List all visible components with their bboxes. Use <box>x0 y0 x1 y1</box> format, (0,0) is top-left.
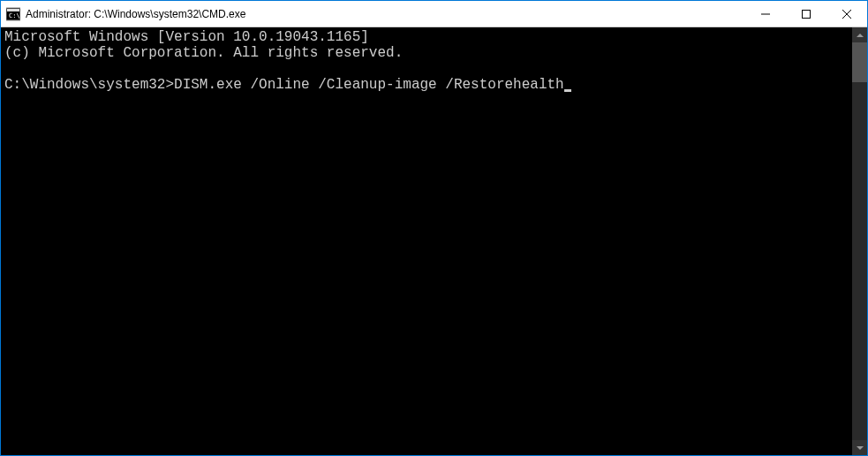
window-controls <box>745 1 867 27</box>
svg-marker-7 <box>857 34 864 37</box>
close-button[interactable] <box>826 1 867 27</box>
copyright-line: (c) Microsoft Corporation. All rights re… <box>4 45 403 61</box>
cmd-window: C:\ Administrator: C:\Windows\system32\C… <box>0 0 868 456</box>
scrollbar-thumb[interactable] <box>852 42 867 82</box>
command-input: DISM.exe /Online /Cleanup-image /Restore… <box>174 77 564 93</box>
vertical-scrollbar[interactable] <box>852 27 867 455</box>
titlebar[interactable]: C:\ Administrator: C:\Windows\system32\C… <box>1 1 867 27</box>
scrollbar-track[interactable] <box>852 42 867 440</box>
terminal-output[interactable]: Microsoft Windows [Version 10.0.19043.11… <box>1 27 852 455</box>
window-title: Administrator: C:\Windows\system32\CMD.e… <box>26 8 745 20</box>
svg-text:C:\: C:\ <box>9 12 20 19</box>
prompt: C:\Windows\system32> <box>4 77 174 93</box>
cmd-icon: C:\ <box>6 7 20 21</box>
scrollbar-up-arrow[interactable] <box>852 27 867 42</box>
cursor <box>564 89 571 92</box>
version-line: Microsoft Windows [Version 10.0.19043.11… <box>4 29 369 45</box>
minimize-button[interactable] <box>745 1 786 27</box>
terminal-container: Microsoft Windows [Version 10.0.19043.11… <box>1 27 867 455</box>
maximize-button[interactable] <box>786 1 826 27</box>
svg-rect-1 <box>7 9 19 11</box>
svg-rect-4 <box>803 10 811 18</box>
svg-marker-8 <box>857 446 864 450</box>
scrollbar-down-arrow[interactable] <box>852 440 867 455</box>
